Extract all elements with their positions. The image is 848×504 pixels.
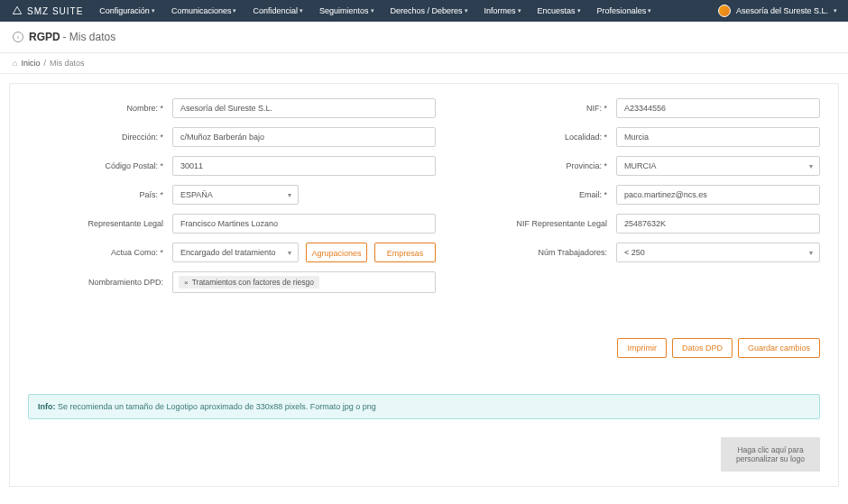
imprimir-button[interactable]: Imprimir [617, 338, 667, 358]
account-name: Asesoría del Sureste S.L. [736, 6, 828, 15]
provincia-select[interactable] [616, 156, 820, 176]
nav-encuestas[interactable]: Encuestas▾ [538, 6, 581, 15]
localidad-field[interactable] [616, 127, 820, 147]
label-localidad: Localidad: * [472, 133, 616, 142]
account-menu[interactable]: Asesoría del Sureste S.L. ▾ [718, 5, 837, 17]
empresas-button[interactable]: Empresas [374, 243, 436, 262]
label-nif: NIF: * [472, 104, 616, 113]
chevron-down-icon: ▾ [233, 7, 236, 14]
pais-select[interactable] [172, 185, 299, 205]
main-nav: Configuración▾ Comunicaciones▾ Confidenc… [99, 6, 651, 15]
label-actua-como: Actua Como: * [28, 248, 172, 257]
logo-upload-drop[interactable]: Haga clic aquí para personalizar su logo [721, 437, 820, 472]
brand-text: SMZ SUITE [27, 6, 83, 16]
agrupaciones-button[interactable]: Agrupaciones [306, 243, 367, 262]
chevron-down-icon: ▾ [371, 7, 374, 14]
nombramiento-dpd-field[interactable]: × Tratamientos con factores de riesgo [172, 271, 436, 293]
actua-como-select[interactable] [172, 243, 299, 262]
label-nomb-dpd: Nombramiento DPD: [28, 278, 172, 287]
avatar-icon [718, 5, 731, 17]
brand-logo[interactable]: SMZ SUITE [11, 5, 83, 17]
label-nif-rep: NIF Representante Legal [472, 219, 616, 228]
svg-marker-0 [13, 6, 21, 14]
guardar-button[interactable]: Guardar cambios [738, 338, 820, 358]
form-card: Nombre: * Dirección: * Código Postal: * … [9, 83, 839, 487]
chevron-down-icon: ▾ [834, 7, 837, 14]
label-rep-legal: Representante Legal [28, 219, 172, 228]
label-cp: Código Postal: * [28, 161, 172, 170]
nav-confidencial[interactable]: Confidencial▾ [253, 6, 303, 15]
label-num-trab: Núm Trabajadores: [472, 248, 616, 257]
nif-representante-field[interactable] [616, 214, 820, 234]
breadcrumb-home[interactable]: Inicio [21, 59, 40, 68]
page-title: RGPD - Mis datos [29, 31, 115, 43]
form-actions: Imprimir Datos DPD Guardar cambios [28, 338, 820, 358]
chevron-down-icon: ▾ [577, 7, 581, 14]
nav-profesionales[interactable]: Profesionales▾ [597, 6, 652, 15]
email-field[interactable] [616, 185, 820, 205]
label-nombre: Nombre: * [28, 104, 172, 113]
chevron-down-icon: ▾ [518, 7, 521, 14]
label-pais: País: * [28, 190, 172, 199]
direccion-field[interactable] [172, 127, 436, 147]
chevron-down-icon: ▾ [465, 7, 468, 14]
page-title-bar: ‹ RGPD - Mis datos [0, 22, 848, 53]
representante-legal-field[interactable] [172, 214, 436, 234]
num-trabajadores-select[interactable] [616, 243, 820, 262]
datos-dpd-button[interactable]: Datos DPD [672, 338, 733, 358]
close-icon[interactable]: × [184, 279, 189, 287]
brand-icon [11, 5, 23, 17]
nif-field[interactable] [616, 98, 820, 118]
info-alert: Info: Se recomienda un tamaño de Logotip… [28, 394, 820, 419]
home-icon: ⌂ [13, 59, 17, 68]
back-icon[interactable]: ‹ [13, 32, 23, 42]
label-email: Email: * [472, 190, 616, 199]
nav-configuracion[interactable]: Configuración▾ [99, 6, 155, 15]
breadcrumb: ⌂ Inicio / Mis datos [0, 53, 848, 74]
breadcrumb-current: Mis datos [50, 59, 85, 68]
chevron-down-icon: ▾ [300, 7, 303, 14]
nav-comunicaciones[interactable]: Comunicaciones▾ [171, 6, 237, 15]
nav-seguimientos[interactable]: Seguimientos▾ [319, 6, 374, 15]
label-direccion: Dirección: * [28, 133, 172, 142]
nombre-field[interactable] [172, 98, 436, 118]
dpd-tag: × Tratamientos con factores de riesgo [179, 276, 319, 289]
label-provincia: Provincia: * [472, 161, 616, 170]
chevron-down-icon: ▾ [648, 7, 651, 14]
nav-informes[interactable]: Informes▾ [484, 6, 521, 15]
chevron-down-icon: ▾ [152, 7, 155, 14]
footer: © 2018. Nº Provisional de Registro de la… [0, 496, 848, 504]
topbar: SMZ SUITE Configuración▾ Comunicaciones▾… [0, 0, 848, 22]
codigo-postal-field[interactable] [172, 156, 436, 176]
nav-derechos[interactable]: Derechos / Deberes▾ [391, 6, 468, 15]
